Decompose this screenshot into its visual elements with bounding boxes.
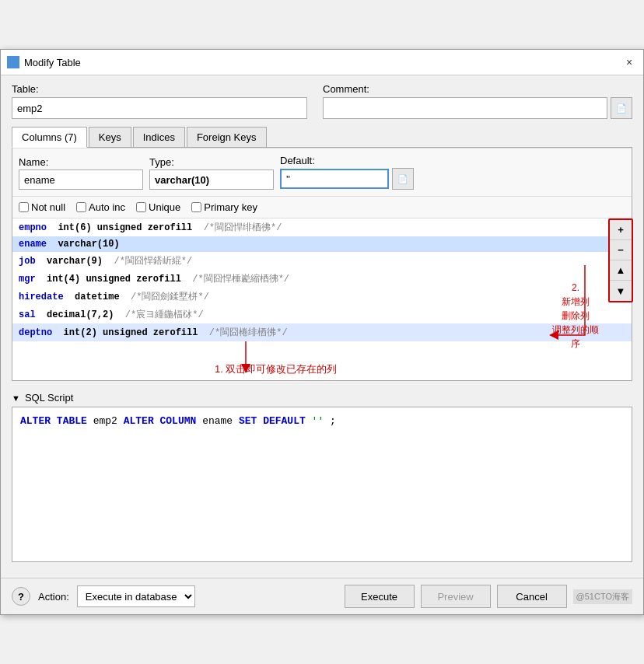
col-name: job <box>19 256 36 267</box>
execute-button[interactable]: Execute <box>345 585 415 608</box>
comment-field-group: Comment: 📄 <box>323 83 632 119</box>
window-title: Modify Table <box>24 57 81 68</box>
tab-indices[interactable]: Indices <box>133 127 185 147</box>
sql-keyword-table: TABLE <box>57 415 87 427</box>
auto-inc-checkbox-item[interactable]: Auto inc <box>76 201 125 213</box>
sql-header[interactable]: ▼ SQL Script <box>12 389 632 407</box>
comment-button[interactable]: 📄 <box>611 97 632 119</box>
table-comment-row: Table: Comment: 📄 <box>12 83 632 119</box>
type-edit-group: Type: <box>149 156 274 190</box>
sql-keyword-default: DEFAULT <box>263 415 306 427</box>
tab-columns[interactable]: Columns (7) <box>12 127 87 148</box>
main-content: Table: Comment: 📄 Columns (7) Keys Indic… <box>1 75 643 578</box>
auto-inc-checkbox[interactable] <box>76 202 86 212</box>
add-column-button[interactable]: + <box>610 220 632 240</box>
preview-label: Preview <box>437 591 473 603</box>
table-row[interactable]: job varchar(9) /*閩囧悍鎝岓緄*/ <box>12 252 632 270</box>
move-up-button[interactable]: ▲ <box>610 260 632 281</box>
columns-panel: Name: Type: Default: 📄 <box>12 148 632 381</box>
table-field-group: Table: <box>12 83 307 119</box>
col-name: empno <box>19 222 47 233</box>
help-button[interactable]: ? <box>12 587 30 606</box>
tab-foreign-keys[interactable]: Foreign Keys <box>187 127 267 147</box>
default-label: Default: <box>280 155 414 166</box>
not-null-checkbox[interactable] <box>19 202 29 212</box>
remove-column-button[interactable]: − <box>610 240 632 260</box>
type-edit-input[interactable] <box>149 169 274 190</box>
table-row[interactable]: empno int(6) unsigned zerofill /*閩囧悍绯梄彿*… <box>12 218 632 236</box>
side-buttons: + − ▲ ▼ <box>608 218 633 302</box>
bottom-arrow-area: 1. 双击即可修改已存在的列 <box>12 341 632 380</box>
unique-checkbox-item[interactable]: Unique <box>136 201 180 213</box>
unique-checkbox[interactable] <box>136 202 146 212</box>
sql-body: ALTER TABLE emp2 ALTER COLUMN ename SET … <box>12 407 632 562</box>
sql-keyword-alter: ALTER <box>20 415 51 427</box>
name-edit-group: Name: <box>19 156 143 190</box>
sql-keyword-alter2: ALTER <box>124 415 154 427</box>
bottom-bar: ? Action: Execute in database Preview Ex… <box>1 578 643 614</box>
name-label: Name: <box>19 156 143 168</box>
table-row[interactable]: sal decimal(7,2) /*宸ヨ緟鍦楅栤*/ <box>12 306 632 323</box>
table-row[interactable]: ename varchar(10) <box>12 236 632 252</box>
tab-keys[interactable]: Keys <box>89 127 131 147</box>
preview-button[interactable]: Preview <box>421 585 491 608</box>
primary-key-label: Primary key <box>204 201 257 213</box>
comment-row: 📄 <box>323 97 632 119</box>
sql-header-label: SQL Script <box>25 392 73 404</box>
title-bar: Modify Table × <box>1 50 643 75</box>
sql-section: ▼ SQL Script ALTER TABLE emp2 ALTER COLU… <box>12 389 632 562</box>
unique-label: Unique <box>149 201 180 213</box>
cancel-label: Cancel <box>516 591 547 603</box>
primary-key-checkbox[interactable] <box>191 202 201 212</box>
default-edit-input[interactable] <box>280 169 389 189</box>
default-edit-group: Default: 📄 <box>280 155 414 190</box>
col-name: deptno <box>19 327 52 338</box>
table-label: Table: <box>12 83 307 95</box>
col-name: sal <box>19 309 36 320</box>
table-row[interactable]: hiredate datetime /*閩囧劍鍒墅栟*/ <box>12 288 632 306</box>
default-button[interactable]: 📄 <box>392 168 414 190</box>
type-label: Type: <box>149 156 274 168</box>
not-null-label: Not null <box>31 201 65 213</box>
footer-buttons: Execute Preview Cancel @51CTO海客 <box>345 585 632 608</box>
columns-list: empno int(6) unsigned zerofill /*閩囧悍绯梄彿*… <box>12 218 632 380</box>
help-icon: ? <box>18 591 24 603</box>
action-select[interactable]: Execute in database Preview <box>77 585 195 607</box>
watermark: @51CTO海客 <box>573 589 632 604</box>
sql-keyword-column: COLUMN <box>160 415 197 427</box>
sql-collapse-icon: ▼ <box>12 393 20 403</box>
not-null-checkbox-item[interactable]: Not null <box>19 201 65 213</box>
modify-table-window: Modify Table × Table: Comment: 📄 <box>0 49 644 615</box>
checkboxes-row: Not null Auto inc Unique Primary key <box>12 197 632 218</box>
col-name: hiredate <box>19 292 64 302</box>
table-row[interactable]: mgr int(4) unsigned zerofill /*閩囧悍棰嶏縮梄彿*… <box>12 270 632 288</box>
comment-icon: 📄 <box>616 103 627 114</box>
col-name: mgr <box>19 274 36 285</box>
name-edit-input[interactable] <box>19 169 143 190</box>
col-name: ename <box>19 239 47 250</box>
title-bar-left: Modify Table <box>7 56 81 68</box>
annotation-text: 2.新增列删除列调整列的顺序 <box>552 281 599 351</box>
table-row[interactable]: deptno int(2) unsigned zerofill /*閩囧棬绯梄彿… <box>12 323 632 341</box>
default-icon: 📄 <box>397 174 408 184</box>
comment-label: Comment: <box>323 83 632 95</box>
sql-string-value: '' <box>312 415 324 427</box>
action-label: Action: <box>38 591 69 603</box>
move-down-button[interactable]: ▼ <box>610 281 632 301</box>
execute-label: Execute <box>361 591 397 603</box>
edit-row: Name: Type: Default: 📄 <box>12 148 632 197</box>
sql-keyword-set: SET <box>239 415 257 427</box>
tabs-bar: Columns (7) Keys Indices Foreign Keys <box>12 127 632 148</box>
auto-inc-label: Auto inc <box>89 201 125 213</box>
table-input[interactable] <box>12 97 307 119</box>
cancel-button[interactable]: Cancel <box>497 585 567 608</box>
default-input-row: 📄 <box>280 168 414 190</box>
window-icon <box>7 56 19 68</box>
arrow-note-text: 1. 双击即可修改已存在的列 <box>215 362 337 376</box>
close-button[interactable]: × <box>621 54 637 70</box>
comment-input[interactable] <box>323 97 607 119</box>
primary-key-checkbox-item[interactable]: Primary key <box>191 201 257 213</box>
